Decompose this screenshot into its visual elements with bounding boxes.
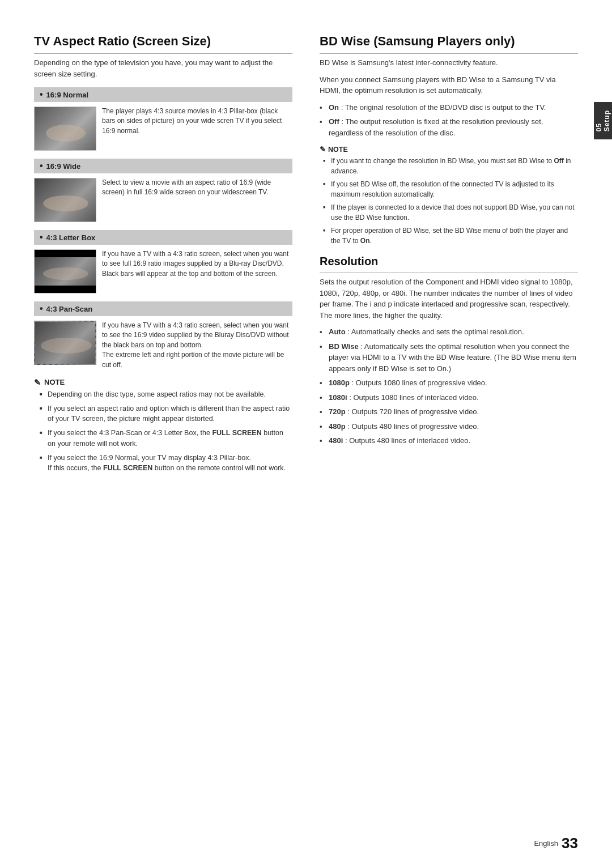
bullet-text: : Automatically checks and sets the opti… (346, 327, 524, 336)
resolution-bullet-item: BD Wise : Automatically sets the optimal… (320, 341, 578, 375)
aspect-header: • 4:3 Pan-Scan (34, 301, 292, 316)
bullet-text: : The output resolution is fixed at the … (329, 117, 543, 137)
resolution-bullet-item: 1080p : Outputs 1080 lines of progressiv… (320, 377, 578, 389)
bd-wise-note: ✎ NOTE If you want to change the resolut… (320, 145, 578, 246)
note-item: If you select an aspect ratio and option… (40, 403, 292, 425)
bullet-text: : Outputs 480 lines of progressive video… (346, 422, 479, 431)
aspect-content: If you have a TV with a 4:3 ratio screen… (34, 245, 292, 296)
bullet-bold: 1080i (329, 393, 347, 402)
bd-wise-title: BD Wise (Samsung Players only) (320, 34, 578, 54)
right-column: BD Wise (Samsung Players only) BD Wise i… (320, 34, 578, 840)
bullet-text: : Outputs 1080 lines of interlaced video… (347, 393, 479, 402)
resolution-intro: Sets the output resolution of the Compon… (320, 276, 578, 321)
bullet-bold: On (329, 103, 339, 112)
bullet-bold: 480p (329, 422, 346, 431)
aspect-label: 4:3 Letter Box (46, 233, 96, 242)
bd-wise-note-item: If you want to change the resolution in … (323, 156, 578, 176)
bd-wise-bullet-item: On : The original resolution of the BD/D… (320, 102, 578, 113)
bd-wise-note-item: For proper operation of BD Wise, set the… (323, 225, 578, 246)
bd-wise-note-item: If you set BD Wise off, the resolution o… (323, 179, 578, 199)
bd-wise-note-header: ✎ NOTE (320, 145, 578, 154)
bullet-bold: 1080p (329, 378, 350, 387)
aspect-label: 16:9 Normal (46, 91, 88, 99)
aspect-item: • 16:9 Normal The player plays 4:3 sourc… (34, 87, 292, 153)
footer-label: English (534, 839, 558, 848)
bullet-bold: BD Wise (329, 342, 359, 351)
aspect-desc: If you have a TV with a 4:3 ratio screen… (102, 249, 292, 279)
side-tab: 05 Setup (594, 102, 612, 139)
left-note-title: NOTE (44, 378, 65, 386)
note-pencil-icon: ✎ (34, 378, 41, 387)
left-note-list: Depending on the disc type, some aspect … (34, 389, 292, 474)
aspect-desc: The player plays 4:3 source movies in 4:… (102, 107, 292, 136)
page-footer: English 33 (534, 835, 578, 852)
bd-wise-note-list: If you want to change the resolution in … (320, 156, 578, 246)
tab-label: Setup (603, 110, 611, 131)
bullet-dot: • (40, 304, 43, 314)
aspect-desc: If you have a TV with a 4:3 ratio screen… (102, 321, 292, 370)
aspect-image (34, 249, 96, 293)
aspect-label: 4:3 Pan-Scan (46, 305, 93, 313)
aspect-header: • 16:9 Normal (34, 87, 292, 102)
aspect-content: Select to view a movie with an aspect ra… (34, 173, 292, 224)
aspect-desc: Select to view a movie with an aspect ra… (102, 178, 292, 198)
aspect-label: 16:9 Wide (46, 162, 81, 171)
bullet-bold: Off (329, 117, 339, 126)
aspect-header: • 16:9 Wide (34, 159, 292, 173)
main-columns: TV Aspect Ratio (Screen Size) Depending … (34, 34, 578, 840)
aspect-item: • 4:3 Letter Box If you have a TV with a… (34, 230, 292, 296)
resolution-bullet-item: Auto : Automatically checks and sets the… (320, 326, 578, 338)
bd-wise-bullet-list: On : The original resolution of the BD/D… (320, 102, 578, 139)
bullet-text: : The original resolution of the BD/DVD … (339, 103, 546, 112)
note-item: Depending on the disc type, some aspect … (40, 389, 292, 400)
bullet-text: : Outputs 1080 lines of progressive vide… (350, 378, 487, 387)
bullet-text: : Outputs 480 lines of interlaced video. (343, 436, 470, 445)
footer-page-number: 33 (562, 835, 578, 852)
aspect-content: If you have a TV with a 4:3 ratio screen… (34, 316, 292, 372)
aspect-image (34, 107, 96, 151)
aspect-image (34, 321, 96, 365)
aspect-items: • 16:9 Normal The player plays 4:3 sourc… (34, 87, 292, 372)
bullet-text: : Outputs 720 lines of progressive video… (346, 407, 479, 416)
resolution-bullet-item: 480i : Outputs 480 lines of interlaced v… (320, 435, 578, 446)
note-item: If you select the 4:3 Pan-Scan or 4:3 Le… (40, 428, 292, 449)
tab-number: 05 (595, 123, 603, 131)
bullet-bold: 720p (329, 407, 346, 416)
aspect-item: • 16:9 Wide Select to view a movie with … (34, 159, 292, 224)
note-item: If you select the 16:9 Normal, your TV m… (40, 453, 292, 474)
resolution-bullet-item: 480p : Outputs 480 lines of progressive … (320, 421, 578, 432)
aspect-header: • 4:3 Letter Box (34, 230, 292, 245)
resolution-title: Resolution (320, 255, 578, 273)
side-tab-text: 05 Setup (595, 110, 611, 131)
bd-wise-note-title: NOTE (328, 146, 348, 154)
bullet-bold: Auto (329, 327, 346, 336)
bd-wise-intro1: BD Wise is Samsung's latest inter-connec… (320, 57, 578, 69)
aspect-content: The player plays 4:3 source movies in 4:… (34, 102, 292, 153)
left-section-title: TV Aspect Ratio (Screen Size) (34, 34, 292, 54)
aspect-item: • 4:3 Pan-Scan If you have a TV with a 4… (34, 301, 292, 372)
bullet-text: : Automatically sets the optimal resolut… (329, 342, 576, 373)
bullet-dot: • (40, 232, 43, 242)
left-section-intro: Depending on the type of television you … (34, 57, 292, 79)
bd-wise-note-item: If the player is connected to a device t… (323, 202, 578, 223)
left-note: ✎ NOTE Depending on the disc type, some … (34, 378, 292, 474)
resolution-bullet-item: 720p : Outputs 720 lines of progressive … (320, 406, 578, 418)
bullet-dot: • (40, 161, 43, 171)
aspect-image (34, 178, 96, 222)
left-note-header: ✎ NOTE (34, 378, 292, 387)
resolution-bullet-list: Auto : Automatically checks and sets the… (320, 326, 578, 446)
bd-wise-bullet-item: Off : The output resolution is fixed at … (320, 116, 578, 138)
bullet-bold: 480i (329, 436, 343, 445)
bd-wise-note-pencil-icon: ✎ (320, 145, 326, 154)
page: 05 Setup TV Aspect Ratio (Screen Size) D… (0, 0, 612, 868)
bd-wise-intro2: When you connect Samsung players with BD… (320, 74, 578, 96)
resolution-bullet-item: 1080i : Outputs 1080 lines of interlaced… (320, 392, 578, 403)
bullet-dot: • (40, 90, 43, 100)
left-column: TV Aspect Ratio (Screen Size) Depending … (34, 34, 292, 840)
